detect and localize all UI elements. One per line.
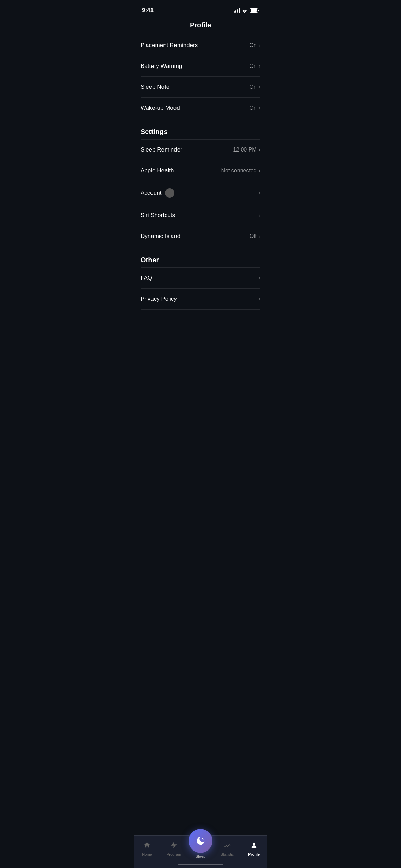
battery-warning-value: On › <box>249 63 260 69</box>
placement-reminders-value: On › <box>249 42 260 48</box>
account-label: Account <box>141 190 161 196</box>
chevron-icon: › <box>259 168 260 174</box>
chevron-icon: › <box>259 296 260 302</box>
sleep-reminder-item[interactable]: Sleep Reminder 12:00 PM › <box>134 140 267 160</box>
dynamic-island-value: Off › <box>250 233 260 239</box>
section-notifications: Placement Reminders On › Battery Warning… <box>134 35 267 118</box>
wakeup-mood-label: Wake-up Mood <box>141 105 180 111</box>
signal-icon <box>234 8 240 13</box>
content-area: Placement Reminders On › Battery Warning… <box>134 35 267 351</box>
privacy-policy-value: › <box>259 296 260 302</box>
chevron-icon: › <box>259 42 260 48</box>
chevron-icon: › <box>259 84 260 90</box>
faq-value: › <box>259 275 260 281</box>
faq-label: FAQ <box>141 275 152 281</box>
section-other: Other FAQ › Privacy Policy › <box>134 246 267 310</box>
chevron-icon: › <box>259 105 260 111</box>
battery-warning-label: Battery Warning <box>141 63 182 70</box>
divider <box>141 309 260 310</box>
chevron-icon: › <box>259 190 260 196</box>
placement-reminders-label: Placement Reminders <box>141 42 198 49</box>
account-avatar <box>165 188 174 198</box>
battery-warning-item[interactable]: Battery Warning On › <box>134 56 267 76</box>
apple-health-label: Apple Health <box>141 167 174 174</box>
chevron-icon: › <box>259 275 260 281</box>
sleep-reminder-value: 12:00 PM › <box>233 147 260 153</box>
chevron-icon: › <box>259 212 260 218</box>
chevron-icon: › <box>259 63 260 69</box>
section-settings: Settings Sleep Reminder 12:00 PM › Apple… <box>134 118 267 246</box>
sleep-note-label: Sleep Note <box>141 84 169 91</box>
privacy-policy-label: Privacy Policy <box>141 296 177 302</box>
wakeup-mood-value: On › <box>249 105 260 111</box>
apple-health-item[interactable]: Apple Health Not connected › <box>134 160 267 181</box>
page-title: Profile <box>134 19 267 35</box>
apple-health-value: Not connected › <box>221 168 260 174</box>
sleep-note-value: On › <box>249 84 260 90</box>
status-time: 9:41 <box>142 7 154 14</box>
battery-icon <box>250 8 259 13</box>
faq-item[interactable]: FAQ › <box>134 268 267 288</box>
sleep-reminder-label: Sleep Reminder <box>141 146 182 153</box>
account-value: › <box>259 190 260 196</box>
siri-shortcuts-label: Siri Shortcuts <box>141 212 175 219</box>
siri-shortcuts-value: › <box>259 212 260 218</box>
sleep-note-item[interactable]: Sleep Note On › <box>134 77 267 97</box>
settings-header: Settings <box>134 118 267 139</box>
chevron-icon: › <box>259 147 260 153</box>
status-bar: 9:41 <box>134 0 267 19</box>
dynamic-island-item[interactable]: Dynamic Island Off › <box>134 226 267 246</box>
placement-reminders-item[interactable]: Placement Reminders On › <box>134 35 267 56</box>
status-icons <box>234 8 259 13</box>
account-item[interactable]: Account › <box>134 181 267 205</box>
dynamic-island-label: Dynamic Island <box>141 233 180 240</box>
chevron-icon: › <box>259 233 260 239</box>
siri-shortcuts-item[interactable]: Siri Shortcuts › <box>134 205 267 226</box>
other-header: Other <box>134 246 267 267</box>
wakeup-mood-item[interactable]: Wake-up Mood On › <box>134 98 267 118</box>
privacy-policy-item[interactable]: Privacy Policy › <box>134 289 267 309</box>
wifi-icon <box>242 8 247 13</box>
